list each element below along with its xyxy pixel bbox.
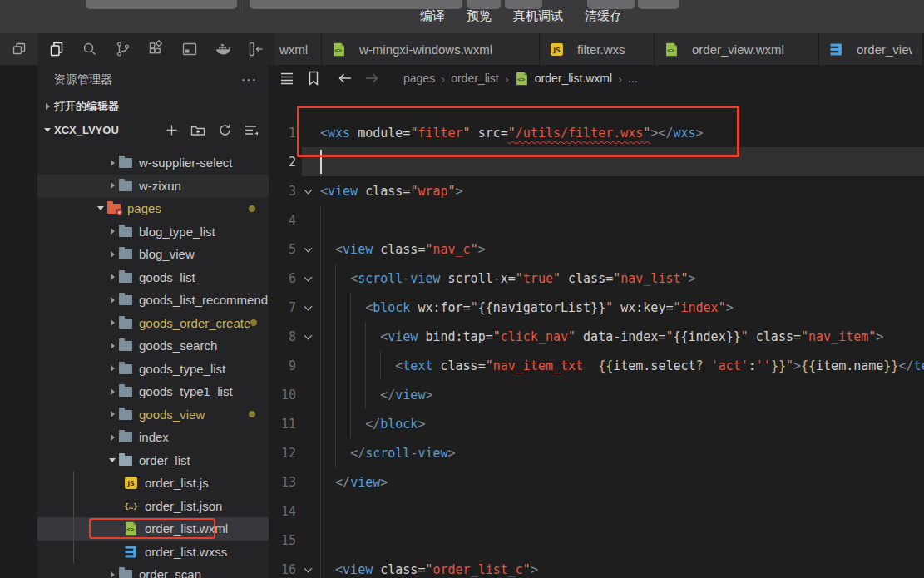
json-file-icon: {…} [124,499,138,513]
code-line-11[interactable]: 11 </block> [269,409,924,438]
tree-item-goods-search[interactable]: goods_search [37,334,269,358]
tree-item-order-list-json[interactable]: {…}order_list.json [37,495,269,518]
window-restore-cell[interactable] [0,33,37,65]
window-panel-icon[interactable] [179,39,200,60]
docker-icon[interactable] [212,39,233,60]
source-control-icon[interactable] [112,39,133,60]
new-folder-icon[interactable] [190,122,205,137]
fold-column[interactable] [296,306,320,309]
back-arrow-icon[interactable] [335,68,355,88]
fold-chevron-icon[interactable] [304,185,313,194]
compile-button[interactable]: 编译 [420,8,445,24]
code-line-15[interactable]: 15 [269,526,924,555]
tree-item-index[interactable]: index [37,426,269,449]
tab-order-view-[interactable]: order_view. [819,33,923,65]
titlebar-widget-6[interactable] [638,0,679,9]
tree-item-goods-order-create[interactable]: goods_order_create [37,312,269,335]
code-line-2[interactable]: 2 [269,147,924,176]
code-text: </view> [320,388,432,403]
code-line-6[interactable]: 6 <scroll-view scroll-x="true" class="na… [269,264,924,293]
fold-column[interactable] [296,248,320,251]
titlebar-widget-1[interactable] [86,0,237,9]
code-line-10[interactable]: 10 </view> [269,380,924,409]
tree-item-order-list-js[interactable]: JSorder_list.js [37,472,269,495]
breadcrumb-item[interactable]: pages [403,72,435,85]
tab-w-mingxi-windows-wxml[interactable]: <>w-mingxi-windows.wxml [322,33,540,65]
tree-item-w-zixun[interactable]: w-zixun [37,175,269,198]
tree-item-order-list[interactable]: order_list [37,449,269,472]
code-line-16[interactable]: 16 <view class="order_list_c"> [269,555,924,578]
tree-item-goods-list-recommend[interactable]: goods_list_recommend [37,289,269,312]
fold-chevron-icon[interactable] [304,564,313,572]
code-line-14[interactable]: 14 [269,496,924,526]
line-number: 4 [269,213,296,228]
code-editor[interactable]: 1<wxs module="filter" src="/utils/filter… [269,91,924,578]
breadcrumb-bar: pages›order_list›<>order_list.wxml›... [269,65,924,91]
search-icon[interactable] [79,39,100,60]
section-open-editors[interactable]: 打开的编辑器 [37,95,269,118]
code-line-12[interactable]: 12 </scroll-view> [269,438,924,467]
tree-item-blog-type-list[interactable]: blog_type_list [37,220,269,244]
preview-button[interactable]: 预览 [467,8,492,24]
line-number: 7 [269,300,296,315]
code-line-7[interactable]: 7 <block wx:for="{{navigatorList}}" wx:k… [269,293,924,322]
extensions-icon[interactable] [146,39,166,60]
collapse-all-icon[interactable] [244,122,259,137]
section-project-root[interactable]: XCX_LVYOU [37,118,269,141]
breadcrumb-item[interactable]: order_list.wxml [535,72,612,85]
tab-filter-wxs[interactable]: JSfilter.wxs [540,33,655,65]
tree-item-label: goods_search [139,338,217,353]
tree-item-order-list-wxml[interactable]: <>order_list.wxml [37,517,269,541]
fold-column[interactable] [296,568,320,571]
bookmark-icon[interactable] [304,68,324,88]
fold-chevron-icon[interactable] [304,331,313,339]
editor-layout-icon[interactable] [245,39,266,60]
fold-chevron-icon[interactable] [304,273,313,281]
line-number: 6 [269,271,296,286]
indent-guide [320,351,321,380]
tree-item-goods-list[interactable]: goods_list [37,266,269,289]
code-line-4[interactable]: 4 [269,205,924,235]
sidebar-title: 资源管理器 [54,72,112,87]
fold-chevron-icon[interactable] [304,302,313,310]
fold-column[interactable] [296,277,320,280]
tab-wxml[interactable]: wxml [274,33,322,65]
fold-column[interactable] [296,190,320,193]
code-line-5[interactable]: 5 <view class="nav_c"> [269,235,924,264]
refresh-icon[interactable] [217,122,232,137]
tree-item-goods-type1-list[interactable]: goods_type1_list [37,380,269,403]
tree-item-label: goods_view [139,408,205,422]
files-icon[interactable] [46,39,67,60]
tree-item-order-list-wxss[interactable]: order_list.wxss [37,541,269,564]
code-line-8[interactable]: 8 <view bind:tap="click_nav" data-index=… [269,322,924,351]
breadcrumb-item[interactable]: order_list [451,72,499,85]
tree-item-pages[interactable]: pages [37,197,269,220]
indent-guide [335,264,336,293]
folder-icon [119,341,132,351]
fold-column[interactable] [296,335,320,338]
new-file-icon[interactable] [164,122,179,137]
tree-item-blog-view[interactable]: blog_view [37,243,269,266]
more-actions-icon[interactable]: ··· [241,72,257,87]
tab-order-view-wxml[interactable]: <>order_view.wxml [655,33,819,65]
line-number: 10 [269,388,296,403]
forward-arrow-icon[interactable] [362,68,382,88]
code-line-9[interactable]: 9 <text class="nav_item_txt {{item.selec… [269,351,924,380]
code-line-13[interactable]: 13 </view> [269,467,924,496]
clear-cache-button[interactable]: 清缓存 [585,8,622,24]
line-number: 14 [269,504,296,519]
code-line-3[interactable]: 3<view class="wrap"> [269,176,924,205]
tree-item-goods-type-list[interactable]: goods_type_list [37,358,269,381]
fold-chevron-icon[interactable] [304,244,313,252]
breadcrumb-item[interactable]: ... [628,72,638,85]
code-line-1[interactable]: 1<wxs module="filter" src="/utils/filter… [269,118,924,147]
chevron-right-icon [111,160,115,166]
tree-item-w-supplier-select[interactable]: w-supplier-select [37,151,269,175]
folder-icon [119,273,132,283]
tab-label: order_view. [857,42,912,57]
device-debug-button[interactable]: 真机调试 [513,8,563,24]
window-restore-icon[interactable] [8,39,29,60]
tree-item-order-scan[interactable]: order_scan [37,563,269,578]
menu-icon[interactable] [277,68,297,88]
tree-item-goods-view[interactable]: goods_view [37,403,269,427]
